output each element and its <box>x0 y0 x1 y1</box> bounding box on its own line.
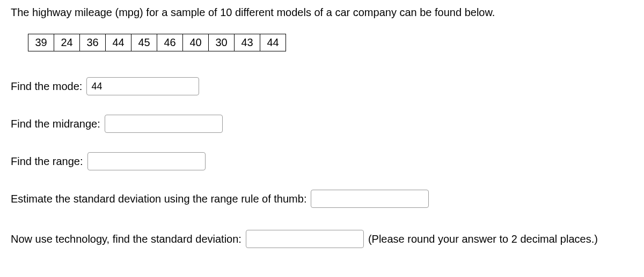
data-cell: 40 <box>183 34 209 51</box>
stddev-input[interactable] <box>246 230 364 248</box>
estimate-label: Estimate the standard deviation using th… <box>11 193 306 205</box>
range-question: Find the range: <box>11 152 633 170</box>
data-cell: 46 <box>157 34 183 51</box>
range-label: Find the range: <box>11 155 83 168</box>
stddev-label-before: Now use technology, find the standard de… <box>11 227 241 251</box>
mode-question: Find the mode: <box>11 77 633 95</box>
data-cell: 43 <box>235 34 260 51</box>
midrange-question: Find the midrange: <box>11 115 633 133</box>
mode-label: Find the mode: <box>11 80 82 93</box>
data-row: 39 24 36 44 45 46 40 30 43 44 <box>28 34 286 51</box>
data-cell: 39 <box>28 34 54 51</box>
stddev-question: Now use technology, find the standard de… <box>11 227 633 251</box>
data-cell: 24 <box>54 34 80 51</box>
midrange-label: Find the midrange: <box>11 118 100 130</box>
estimate-question: Estimate the standard deviation using th… <box>11 190 633 208</box>
range-input[interactable] <box>87 152 206 170</box>
stddev-label-after: (Please round your answer to 2 decimal p… <box>368 227 598 251</box>
data-table: 39 24 36 44 45 46 40 30 43 44 <box>28 34 286 51</box>
data-cell: 36 <box>80 34 106 51</box>
midrange-input[interactable] <box>105 115 223 133</box>
data-cell: 44 <box>260 34 286 51</box>
data-cell: 44 <box>106 34 131 51</box>
intro-text: The highway mileage (mpg) for a sample o… <box>11 6 633 19</box>
mode-input[interactable] <box>86 77 199 95</box>
estimate-input[interactable] <box>311 190 429 208</box>
data-cell: 45 <box>131 34 157 51</box>
data-cell: 30 <box>209 34 235 51</box>
